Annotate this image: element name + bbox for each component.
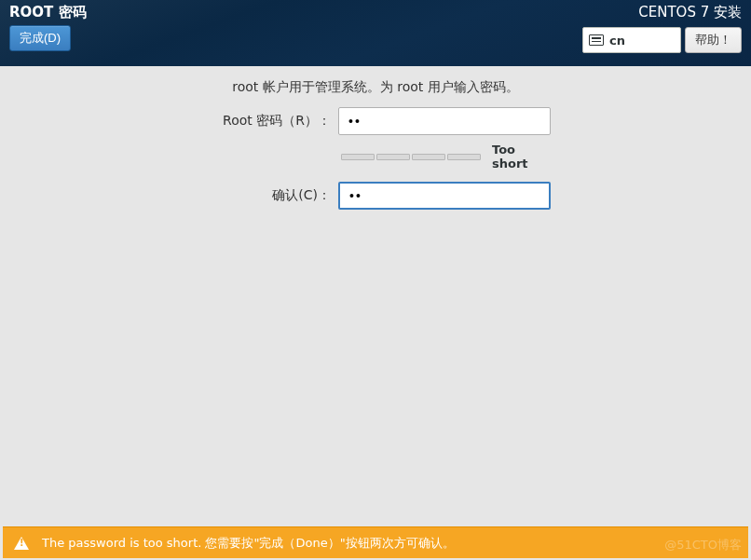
installer-title: CENTOS 7 安装: [638, 4, 742, 21]
header-bar: ROOT 密码 完成(D) CENTOS 7 安装 cn 帮助！: [0, 0, 751, 66]
root-password-row: Root 密码（R）：: [19, 107, 732, 135]
meter-segment: [412, 154, 445, 160]
header-right: CENTOS 7 安装 cn 帮助！: [582, 4, 742, 53]
password-strength-label: Too short: [492, 143, 552, 171]
instruction-text: root 帐户用于管理系统。为 root 用户输入密码。: [19, 79, 732, 96]
page-title: ROOT 密码: [9, 4, 87, 21]
root-password-label: Root 密码（R）：: [200, 113, 331, 130]
keyboard-layout-code: cn: [609, 34, 625, 48]
keyboard-layout-indicator[interactable]: cn: [582, 27, 681, 53]
warning-bar: The password is too short. 您需要按"完成（Done）…: [3, 526, 748, 558]
main-content: root 帐户用于管理系统。为 root 用户输入密码。 Root 密码（R）：…: [0, 66, 751, 210]
confirm-password-input[interactable]: [338, 182, 551, 210]
help-button[interactable]: 帮助！: [685, 27, 742, 53]
warning-icon: [14, 537, 29, 550]
keyboard-icon: [589, 34, 604, 46]
password-strength-row: Too short: [19, 143, 732, 171]
confirm-password-label: 确认(C)：: [200, 187, 331, 204]
warning-message: The password is too short. 您需要按"完成（Done）…: [42, 535, 455, 552]
header-controls: cn 帮助！: [582, 27, 742, 53]
meter-segment: [341, 154, 375, 160]
root-password-input[interactable]: [338, 107, 551, 135]
meter-segment: [376, 154, 410, 160]
password-strength-meter: [341, 154, 481, 160]
header-left: ROOT 密码 完成(D): [9, 4, 87, 51]
meter-segment: [447, 154, 481, 160]
done-button[interactable]: 完成(D): [9, 25, 71, 51]
confirm-row: 确认(C)：: [19, 182, 732, 210]
